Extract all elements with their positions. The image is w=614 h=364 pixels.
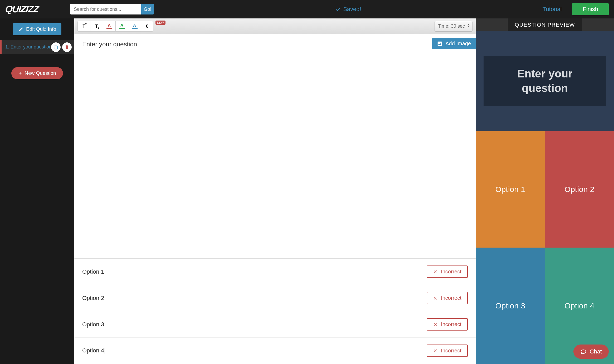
- edit-icon: [18, 27, 23, 32]
- time-select[interactable]: Time: 30 sec: [435, 21, 472, 32]
- symbol-button[interactable]: €: [141, 21, 153, 32]
- incorrect-label: Incorrect: [441, 348, 461, 354]
- color-red-button[interactable]: A: [103, 21, 115, 32]
- preview-question-box: Enter your question: [484, 56, 606, 106]
- finish-button[interactable]: Finish: [572, 3, 609, 15]
- mark-incorrect-button[interactable]: Incorrect: [427, 345, 468, 357]
- duplicate-button[interactable]: [51, 42, 61, 52]
- logo: QUIZIZZ: [5, 4, 39, 15]
- option-row: Option 2 Incorrect: [74, 285, 476, 311]
- tutorial-link[interactable]: Tutorial: [543, 6, 562, 13]
- superscript-button[interactable]: T2: [77, 21, 90, 32]
- question-item-text: 1. Enter your question: [5, 44, 52, 50]
- preview-option-1: Option 1: [476, 131, 545, 248]
- option-input[interactable]: Option 3: [82, 321, 104, 328]
- incorrect-label: Incorrect: [441, 269, 461, 275]
- subscript-label: T: [95, 24, 98, 28]
- option-input[interactable]: Option 2: [82, 295, 104, 302]
- add-image-label: Add Image: [445, 41, 471, 47]
- preview-header: QUESTION PREVIEW: [508, 18, 582, 31]
- question-input-area[interactable]: Enter your question Add Image: [74, 34, 476, 259]
- add-image-button[interactable]: Add Image: [432, 38, 476, 49]
- superscript-label: T: [83, 24, 85, 28]
- editor-panel: T2 T2 A A A € NEW Time: 30 sec Enter you…: [74, 18, 476, 364]
- mark-incorrect-button[interactable]: Incorrect: [427, 318, 468, 331]
- x-icon: [433, 348, 438, 353]
- sidebar-question-item[interactable]: 1. Enter your question: [0, 40, 74, 54]
- main-area: Edit Quiz Info 1. Enter your question Ne…: [0, 18, 614, 364]
- delete-button[interactable]: [62, 42, 72, 52]
- incorrect-label: Incorrect: [441, 295, 461, 301]
- subscript-button[interactable]: T2: [90, 21, 103, 32]
- chat-button[interactable]: Chat: [573, 345, 609, 359]
- option-row: Option 3 Incorrect: [74, 311, 476, 338]
- x-icon: [433, 296, 438, 301]
- color-blue-label: A: [133, 23, 136, 28]
- x-icon: [433, 322, 438, 327]
- time-label: Time: 30 sec: [438, 23, 465, 29]
- new-badge: NEW: [155, 21, 165, 25]
- chat-icon: [580, 348, 587, 355]
- edit-quiz-info-button[interactable]: Edit Quiz Info: [13, 23, 61, 35]
- saved-label: Saved!: [343, 6, 361, 13]
- search-input[interactable]: [70, 4, 141, 14]
- plus-icon: [18, 71, 22, 75]
- preview-options-grid: Option 1 Option 2 Option 3 Option 4: [476, 131, 614, 364]
- options-list: Option 1 Incorrect Option 2 Incorrect Op…: [74, 259, 476, 364]
- preview-option-2: Option 2: [545, 131, 614, 248]
- preview-question-area: Enter your question: [476, 31, 614, 131]
- trash-icon: [65, 45, 69, 50]
- option-input[interactable]: Option 4: [82, 347, 105, 354]
- text-cursor: [105, 348, 105, 354]
- go-button[interactable]: Go!: [141, 4, 154, 14]
- mark-incorrect-button[interactable]: Incorrect: [427, 292, 468, 304]
- top-bar: QUIZIZZ Go! Saved! Tutorial Finish: [0, 0, 614, 18]
- color-red-label: A: [108, 23, 111, 28]
- question-item-actions: [51, 42, 72, 52]
- question-placeholder-text: Enter your question: [82, 41, 468, 48]
- image-icon: [437, 41, 443, 47]
- check-icon: [335, 6, 341, 12]
- option-row: Option 1 Incorrect: [74, 259, 476, 285]
- saved-status: Saved!: [335, 6, 361, 13]
- symbol-label: €: [146, 24, 148, 29]
- new-question-label: New Question: [25, 70, 56, 76]
- preview-option-3: Option 3: [476, 248, 545, 364]
- preview-panel: QUESTION PREVIEW Enter your question Opt…: [476, 18, 614, 364]
- edit-quiz-label: Edit Quiz Info: [26, 26, 56, 32]
- color-green-button[interactable]: A: [115, 21, 128, 32]
- option-input[interactable]: Option 1: [82, 268, 104, 275]
- incorrect-label: Incorrect: [441, 321, 461, 327]
- copy-icon: [53, 45, 58, 50]
- search-wrap: Go!: [70, 4, 154, 14]
- sidebar: Edit Quiz Info 1. Enter your question Ne…: [0, 18, 74, 364]
- mark-incorrect-button[interactable]: Incorrect: [427, 265, 468, 278]
- option-row: Option 4 Incorrect: [74, 338, 476, 364]
- preview-header-wrap: QUESTION PREVIEW: [476, 18, 614, 31]
- chat-label: Chat: [590, 348, 602, 355]
- preview-question-text: Enter your question: [497, 67, 593, 95]
- format-toolbar: T2 T2 A A A € NEW Time: 30 sec: [74, 18, 476, 34]
- x-icon: [433, 269, 438, 274]
- color-green-label: A: [120, 23, 124, 28]
- color-blue-button[interactable]: A: [128, 21, 141, 32]
- new-question-button[interactable]: New Question: [11, 67, 63, 79]
